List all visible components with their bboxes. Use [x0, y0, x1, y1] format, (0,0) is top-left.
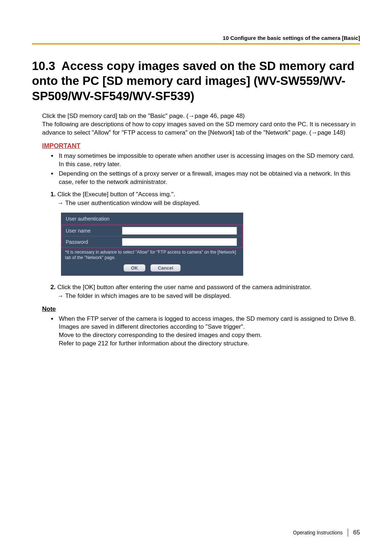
section-number: 10.3 — [32, 59, 55, 73]
footer-doc-title: Operating Instructions — [293, 530, 343, 535]
step-1-result: → The user authentication window will be… — [57, 199, 360, 208]
username-label: User name — [62, 225, 122, 236]
auth-note-text: *It is necessary in advance to select "A… — [61, 248, 243, 262]
auth-form: User name Password — [61, 225, 243, 248]
steps-list-continued: Click the [OK] button after entering the… — [48, 283, 360, 300]
steps-list: Click the [Execute] button of "Access im… — [48, 190, 360, 208]
section-heading: 10.3 Access copy images saved on the SD … — [32, 58, 360, 103]
important-list: It may sometimes be impossible to operat… — [57, 152, 360, 187]
note-label: Note — [42, 305, 360, 313]
user-auth-panel: User authentication User name Password *… — [61, 213, 243, 276]
footer-divider — [348, 529, 348, 537]
password-input[interactable] — [122, 238, 237, 246]
document-page: 10 Configure the basic settings of the c… — [0, 0, 392, 554]
password-input-wrap — [122, 237, 242, 247]
auth-panel-title: User authentication — [61, 213, 243, 225]
important-label: IMPORTANT — [42, 142, 360, 150]
header-rule — [32, 43, 360, 45]
step-1: Click the [Execute] button of "Access im… — [57, 190, 360, 208]
step-2-result: → The folder in which images are to be s… — [57, 292, 360, 300]
auth-row-username: User name — [62, 225, 242, 237]
username-input[interactable] — [122, 227, 237, 235]
important-item: It may sometimes be impossible to operat… — [57, 152, 360, 169]
page-footer: Operating Instructions 65 — [293, 529, 360, 537]
password-label: Password — [62, 237, 122, 247]
intro-line-1: Click the [SD memory card] tab on the "B… — [42, 112, 360, 120]
auth-buttons: OK Cancel — [61, 262, 243, 275]
section-title-text: Access copy images saved on the SD memor… — [32, 59, 354, 103]
auth-row-password: Password — [62, 237, 242, 247]
note-list: When the FTP server of the camera is log… — [57, 315, 360, 348]
note-item: When the FTP server of the camera is log… — [57, 315, 360, 348]
step-2-text: Click the [OK] button after entering the… — [57, 284, 311, 291]
cancel-button[interactable]: Cancel — [150, 264, 181, 272]
intro-paragraph: Click the [SD memory card] tab on the "B… — [42, 112, 360, 137]
step-2: Click the [OK] button after entering the… — [57, 283, 360, 300]
intro-line-2: The following are descriptions of how to… — [42, 120, 360, 137]
page-header-breadcrumb: 10 Configure the basic settings of the c… — [32, 35, 360, 41]
important-item: Depending on the settings of a proxy ser… — [57, 170, 360, 186]
step-1-text: Click the [Execute] button of "Access im… — [57, 191, 175, 198]
footer-page-number: 65 — [353, 529, 360, 536]
ok-button[interactable]: OK — [123, 264, 146, 272]
username-input-wrap — [122, 225, 242, 236]
